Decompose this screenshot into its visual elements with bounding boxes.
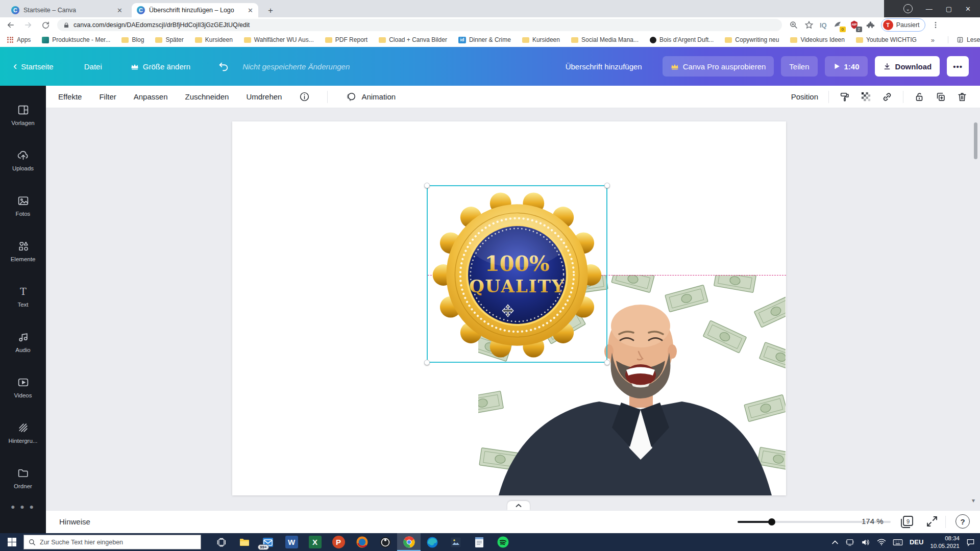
- bird-extension-icon[interactable]: 0: [833, 20, 843, 30]
- wifi-icon[interactable]: [877, 538, 886, 546]
- adjust-button[interactable]: Anpassen: [134, 92, 168, 101]
- tab-close-icon[interactable]: ✕: [248, 7, 253, 14]
- forward-icon[interactable]: [21, 18, 35, 32]
- recorder-icon[interactable]: ⌄: [903, 4, 913, 13]
- trash-icon[interactable]: [957, 91, 968, 103]
- bookmark-item[interactable]: Videokurs Ideen: [790, 36, 845, 43]
- volume-icon[interactable]: [861, 538, 870, 546]
- tab-editor[interactable]: C Überschrift hinzufügen – Logo ✕: [132, 3, 258, 17]
- thunderbird-icon[interactable]: [350, 533, 374, 551]
- file-menu[interactable]: Datei: [84, 62, 102, 71]
- maximize-button[interactable]: ▢: [946, 6, 952, 12]
- bookmarks-overflow-icon[interactable]: »: [931, 36, 935, 44]
- powerpoint-icon[interactable]: P: [327, 533, 350, 551]
- tray-chevron-icon[interactable]: [831, 540, 839, 545]
- resize-menu[interactable]: Größe ändern: [131, 62, 190, 71]
- edge-icon[interactable]: [421, 533, 444, 551]
- teams-window-icon[interactable]: [845, 538, 854, 546]
- bookmark-star-icon[interactable]: [804, 20, 814, 30]
- info-icon[interactable]: [299, 91, 310, 102]
- sidebar-item-hintergrund[interactable]: Hintergru...: [0, 410, 46, 455]
- sidebar-item-elemente[interactable]: Elemente: [0, 228, 46, 273]
- back-icon[interactable]: [4, 18, 17, 32]
- reading-list[interactable]: Leseliste: [948, 36, 980, 43]
- canvas-scrollbar[interactable]: [974, 122, 977, 159]
- word-icon[interactable]: W: [280, 533, 303, 551]
- minimize-button[interactable]: —: [926, 6, 933, 12]
- file-explorer-icon[interactable]: [233, 533, 256, 551]
- abp-extension-icon[interactable]: ABP 2: [849, 20, 860, 30]
- action-center-icon[interactable]: [966, 538, 975, 546]
- new-tab-button[interactable]: +: [264, 5, 277, 17]
- bookmark-item[interactable]: Cload + Canva Bilder: [379, 36, 447, 43]
- selection-box[interactable]: [427, 185, 607, 363]
- url-bar[interactable]: canva.com/design/DAEdomzscjI/drBfjHdCojI…: [57, 19, 782, 31]
- excel-icon[interactable]: X: [303, 533, 327, 551]
- close-button[interactable]: ✕: [965, 6, 971, 12]
- flip-button[interactable]: Umdrehen: [246, 92, 282, 101]
- filter-button[interactable]: Filter: [99, 92, 116, 101]
- reload-icon[interactable]: [39, 18, 52, 32]
- bookmark-item[interactable]: Bois d'Argent Duft...: [650, 36, 714, 43]
- bookmark-item[interactable]: Social Media Mana...: [571, 36, 639, 43]
- profile-pill[interactable]: T Pausiert: [881, 18, 925, 32]
- download-button[interactable]: Download: [875, 56, 940, 77]
- header-more-button[interactable]: •••: [947, 56, 969, 77]
- share-button[interactable]: Teilen: [781, 56, 817, 77]
- task-view-icon[interactable]: [209, 533, 233, 551]
- undo-button[interactable]: [218, 61, 229, 72]
- zoom-slider-thumb[interactable]: [768, 518, 775, 525]
- tab-startseite[interactable]: C Startseite – Canva ✕: [6, 3, 128, 17]
- selection-handle-nw[interactable]: [424, 183, 430, 188]
- taskbar-search[interactable]: Zur Suche Text hier eingeben: [23, 535, 201, 549]
- canva-pro-button[interactable]: Canva Pro ausprobieren: [663, 56, 774, 77]
- fullscreen-icon[interactable]: [926, 515, 938, 528]
- browser-menu-icon[interactable]: [932, 21, 940, 29]
- bookmark-item[interactable]: Copywriting neu: [725, 36, 779, 43]
- home-button[interactable]: ‹ Startseite: [13, 61, 54, 72]
- crop-button[interactable]: Zuschneiden: [185, 92, 229, 101]
- language-indicator[interactable]: DEU: [910, 538, 923, 546]
- clock[interactable]: 08:34 10.05.2021: [930, 535, 960, 550]
- selection-handle-sw[interactable]: [424, 360, 430, 365]
- zoom-page-icon[interactable]: [789, 20, 798, 30]
- photos-app-icon[interactable]: [444, 533, 468, 551]
- bookmark-item[interactable]: Blog: [121, 36, 144, 43]
- effects-button[interactable]: Effekte: [58, 92, 82, 101]
- sidebar-item-videos[interactable]: Videos: [0, 364, 46, 410]
- sidebar-item-uploads[interactable]: Uploads: [0, 137, 46, 183]
- sidebar-item-ordner[interactable]: Ordner: [0, 455, 46, 500]
- obs-icon[interactable]: [374, 533, 397, 551]
- position-button[interactable]: Position: [791, 92, 818, 101]
- selection-handle-se[interactable]: [604, 360, 610, 365]
- start-button[interactable]: [0, 533, 23, 551]
- sidebar-item-text[interactable]: T Text: [0, 273, 46, 319]
- sidebar-item-audio[interactable]: Audio: [0, 319, 46, 364]
- iq-extension-icon[interactable]: IQ: [820, 21, 827, 29]
- bookmark-apps[interactable]: Apps: [7, 36, 31, 43]
- canvas-workspace[interactable]: 100% QUALITY ▾: [46, 108, 980, 510]
- link-icon[interactable]: [881, 91, 893, 103]
- bookmark-item[interactable]: Kursideen: [522, 36, 560, 43]
- help-button[interactable]: ?: [955, 514, 970, 529]
- notepad-icon[interactable]: [468, 533, 491, 551]
- extensions-puzzle-icon[interactable]: [866, 20, 875, 30]
- bookmark-item[interactable]: PDF Report: [325, 36, 368, 43]
- selection-handle-ne[interactable]: [604, 183, 610, 188]
- bookmark-item[interactable]: Produktsuche - Mer...: [42, 36, 110, 43]
- bookmark-item[interactable]: Youtube WICHTIG: [856, 36, 917, 43]
- bookmark-item[interactable]: Wahlfächer WU Aus...: [244, 36, 314, 43]
- scroll-down-icon[interactable]: ▾: [972, 497, 975, 504]
- hints-button[interactable]: Hinweise: [59, 517, 90, 526]
- expand-panel-tab[interactable]: [507, 501, 530, 510]
- tab-close-icon[interactable]: ✕: [117, 7, 122, 14]
- sidebar-item-fotos[interactable]: Fotos: [0, 183, 46, 228]
- animation-button[interactable]: Animation: [345, 91, 396, 103]
- sidebar-more-icon[interactable]: ● ● ●: [11, 503, 35, 511]
- document-title[interactable]: Überschrift hinzufügen: [566, 62, 642, 71]
- play-button[interactable]: 1:40: [825, 56, 868, 77]
- keyboard-icon[interactable]: [893, 539, 903, 546]
- pages-button[interactable]: 9: [899, 515, 915, 529]
- chrome-icon[interactable]: [397, 533, 421, 551]
- transparency-icon[interactable]: [861, 91, 871, 102]
